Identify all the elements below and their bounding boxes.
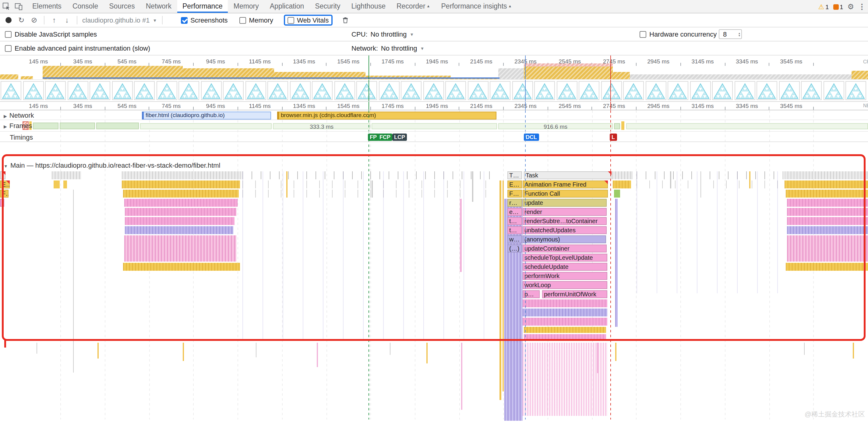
ruler-tick: [592, 107, 592, 110]
timing-marker-lcp[interactable]: LCP: [392, 134, 407, 141]
screenshot-thumbnail[interactable]: [223, 81, 244, 100]
flame-bar-prefix[interactable]: t…: [507, 217, 522, 225]
flame-bar-updatecontainer[interactable]: updateContainer: [523, 245, 607, 252]
screenshot-thumbnail[interactable]: [623, 81, 644, 100]
screenshot-thumbnail[interactable]: [378, 81, 399, 100]
frame-block[interactable]: [23, 121, 29, 130]
screenshot-thumbnail[interactable]: [579, 81, 599, 100]
frame-block[interactable]: 916.6 ms: [498, 123, 613, 129]
frame-block[interactable]: [621, 121, 624, 130]
flame-bar-prefix[interactable]: w…: [507, 235, 522, 243]
frame-block[interactable]: 333.3 ms: [273, 123, 370, 129]
frame-block[interactable]: [614, 123, 620, 129]
flame-texture: [317, 343, 318, 367]
timing-marker-fp[interactable]: FP: [368, 134, 378, 141]
flame-bar-prefix[interactable]: E…: [507, 180, 522, 189]
screenshot-thumbnail[interactable]: [156, 81, 177, 100]
flame-bar-update[interactable]: update: [523, 199, 607, 207]
screenshot-thumbnail[interactable]: [601, 81, 622, 100]
flame-bar-prefix[interactable]: r…: [507, 199, 522, 207]
flame-bar-edge[interactable]: E…: [0, 180, 10, 189]
screenshot-thumbnail[interactable]: [67, 81, 88, 100]
timing-marker-fcp[interactable]: FCP: [378, 134, 392, 141]
network-request-bar-fiber-html[interactable]: fiber.html (claudiopro.github.io): [142, 112, 271, 119]
flame-texture: [125, 226, 233, 234]
ruler-label: 345 ms: [65, 103, 100, 110]
screenshot-thumbnail[interactable]: [1, 81, 21, 100]
marker-line-5a8bd6: [525, 56, 526, 110]
cpu-activity-block: [43, 78, 499, 79]
flame-bar-performwork[interactable]: performWork: [523, 272, 607, 280]
screenshot-thumbnail[interactable]: [467, 81, 488, 100]
flame-bar-anonymous[interactable]: (anonymous): [523, 235, 606, 243]
screenshot-thumbnail[interactable]: [23, 81, 43, 100]
screenshot-thumbnail[interactable]: [179, 81, 199, 100]
flame-bar-unbatchedupdates[interactable]: unbatchedUpdates: [523, 226, 607, 234]
screenshot-thumbnail[interactable]: [512, 81, 533, 100]
screenshot-thumbnail[interactable]: [490, 81, 510, 100]
screenshot-thumbnail[interactable]: [401, 81, 422, 100]
frame-block[interactable]: [372, 123, 497, 129]
flame-bar-animation-frame-fired[interactable]: Animation Frame Fired: [523, 180, 608, 189]
screenshot-thumbnail[interactable]: [423, 81, 444, 100]
screenshot-thumbnail[interactable]: [756, 81, 777, 100]
ruler-label: 1345 ms: [287, 103, 321, 110]
frame-block[interactable]: [626, 123, 868, 129]
frame-block[interactable]: [29, 121, 32, 130]
flame-bar-prefix[interactable]: e…: [507, 208, 522, 216]
timing-marker-dcl[interactable]: DCL: [524, 134, 539, 141]
flame-bar-performunitofwork[interactable]: performUnitOfWork: [542, 290, 607, 298]
flame-bar-edge[interactable]: F…: [0, 190, 8, 198]
flame-bar-task[interactable]: Task: [524, 171, 612, 179]
screenshot-thumbnail[interactable]: [45, 81, 66, 100]
flame-bar-rendersubtre-tocontainer[interactable]: renderSubtre…toContainer: [523, 217, 607, 225]
screenshot-thumbnail[interactable]: [668, 81, 688, 100]
screenshot-thumbnail[interactable]: [690, 81, 711, 100]
screenshot-thumbnail[interactable]: [334, 81, 355, 100]
flame-bar-prefix[interactable]: F…: [507, 190, 522, 198]
screenshot-thumbnail[interactable]: [801, 81, 822, 100]
screenshot-thumbnail[interactable]: [712, 81, 733, 100]
screenshot-thumbnail[interactable]: [823, 81, 844, 100]
flame-bar-edge[interactable]: [0, 199, 4, 207]
flame-texture: [615, 343, 616, 361]
ruler-label: 745 ms: [154, 58, 188, 65]
screenshot-thumbnail[interactable]: [112, 81, 132, 100]
ruler-tick: [149, 63, 150, 66]
screenshot-thumbnail[interactable]: [556, 81, 577, 100]
frame-block[interactable]: [60, 122, 95, 129]
screenshot-thumbnail[interactable]: [290, 81, 310, 100]
flame-bar-render[interactable]: render: [523, 208, 607, 216]
network-request-bar-browser-min-js[interactable]: browser.min.js (cdnjs.cloudflare.com): [277, 112, 496, 119]
screenshot-thumbnail[interactable]: [445, 81, 466, 100]
screenshot-thumbnail[interactable]: [201, 81, 221, 100]
flame-bar-scheduleupdate[interactable]: scheduleUpdate: [523, 263, 607, 271]
frame-block[interactable]: [140, 123, 272, 129]
request-cap: [142, 112, 144, 119]
flame-bar-edge[interactable]: [0, 171, 5, 179]
flame-bar-function-call[interactable]: Function Call: [523, 190, 608, 198]
screenshot-thumbnail[interactable]: [845, 81, 866, 100]
screenshot-thumbnail[interactable]: [356, 81, 377, 100]
frame-block[interactable]: [96, 122, 139, 129]
flame-bar-prefix[interactable]: T…: [507, 171, 522, 179]
screenshot-thumbnail[interactable]: [534, 81, 555, 100]
screenshot-thumbnail[interactable]: [312, 81, 333, 100]
ruler-tick: [769, 107, 769, 110]
screenshot-thumbnail[interactable]: [779, 81, 800, 100]
flame-bar-prefix[interactable]: t…: [507, 226, 522, 234]
flame-texture: [124, 235, 236, 262]
screenshot-thumbnail[interactable]: [268, 81, 288, 100]
screenshot-thumbnail[interactable]: [645, 81, 666, 100]
flame-bar-prefix[interactable]: (…): [507, 245, 522, 252]
screenshot-thumbnail[interactable]: [90, 81, 110, 100]
flame-bar-workloop[interactable]: workLoop: [523, 281, 607, 289]
devtools-window: ElementsConsoleSourcesNetworkPerformance…: [0, 0, 868, 425]
ruler-label: 3145 ms: [686, 103, 720, 110]
screenshot-thumbnail[interactable]: [245, 81, 266, 100]
screenshot-thumbnail[interactable]: [734, 81, 755, 100]
screenshot-thumbnail[interactable]: [134, 81, 155, 100]
ruler-label: 345 ms: [65, 58, 100, 65]
flame-bar-scheduletoplevelupdate[interactable]: scheduleTopLevelUpdate: [523, 254, 607, 262]
frame-block[interactable]: [33, 122, 59, 129]
